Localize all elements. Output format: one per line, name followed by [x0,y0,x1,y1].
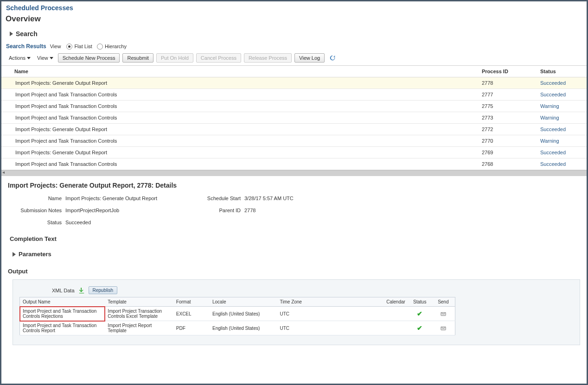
table-row[interactable]: Import Project and Task Transaction Cont… [1,101,587,112]
cell-name: Import Project and Task Transaction Cont… [1,135,479,147]
view-menu-label: View [37,55,48,61]
radio-flat-list[interactable] [66,44,72,50]
view-log-button[interactable]: View Log [294,53,325,63]
chevron-right-icon [13,252,16,257]
view-label: View [50,44,61,49]
actions-menu-label: Actions [9,55,26,61]
output-table: Output Name Template Format Locale Time … [19,297,455,335]
table-row[interactable]: Import Project and Task Transaction Cont… [1,89,587,101]
parameters-label: Parameters [19,251,51,258]
search-results-label: Search Results [6,43,46,50]
table-row[interactable]: Import Project and Task Transaction Cont… [1,158,587,170]
col-process-id[interactable]: Process ID [479,66,537,77]
cell-name: Import Projects: Generate Output Report [1,147,479,158]
col-status[interactable]: Status [537,66,587,77]
check-icon: ✔ [417,310,422,317]
details-title: Import Projects: Generate Output Report,… [8,182,580,189]
col-name[interactable]: Name [1,66,479,77]
chevron-right-icon [10,32,13,36]
table-row[interactable]: Import Project and Task Transaction Cont… [1,112,587,124]
schedule-new-process-button[interactable]: Schedule New Process [58,53,120,63]
field-parent-id-label: Parent ID [199,208,241,213]
view-menu[interactable]: View [35,54,55,62]
table-row[interactable]: Import Projects: Generate Output Report2… [1,77,587,89]
cell-name: Import Project and Task Transaction Cont… [1,112,479,124]
page-title: Scheduled Processes [1,1,587,13]
field-name-value: Import Projects: Generate Output Report [65,196,195,201]
refresh-icon[interactable] [329,55,336,61]
xml-data-label: XML Data [52,288,75,293]
cell-name: Import Project and Task Transaction Cont… [1,101,479,112]
table-row[interactable]: Import Projects: Generate Output Report2… [1,147,587,158]
table-row[interactable]: Import Projects: Generate Output Report2… [1,124,587,135]
download-icon[interactable] [78,287,85,294]
radio-hierarchy[interactable] [97,44,103,50]
outcol-format[interactable]: Format [173,297,210,307]
cell-process-id: 2769 [479,147,537,158]
overview-heading: Overview [1,13,587,28]
status-link[interactable]: Succeeded [540,80,566,86]
search-label: Search [16,30,38,38]
field-status-value: Succeeded [65,220,195,225]
search-disclosure[interactable]: Search [1,28,587,42]
output-row[interactable]: Import Project and Task Transaction Cont… [20,307,455,321]
outcell-timezone: UTC [277,307,384,321]
cell-process-id: 2770 [479,135,537,147]
parameters-disclosure[interactable]: Parameters [13,251,580,258]
outcol-template[interactable]: Template [105,297,173,307]
cell-name: Import Projects: Generate Output Report [1,124,479,135]
process-table: Name Process ID Status Import Projects: … [1,66,587,170]
field-parent-id-value: 2778 [244,208,337,213]
outcell-calendar [383,321,408,335]
completion-text-heading: Completion Text [10,235,580,242]
output-row[interactable]: Import Project and Task Transaction Cont… [20,321,455,335]
table-row[interactable]: Import Project and Task Transaction Cont… [1,135,587,147]
outcell-name: Import Project and Task Transaction Cont… [20,321,105,335]
outcol-output-name[interactable]: Output Name [20,297,105,307]
status-link[interactable]: Warning [540,103,559,109]
status-link[interactable]: Succeeded [540,150,566,155]
field-schedule-start-value: 3/28/17 5:57 AM UTC [244,196,337,201]
outcol-locale[interactable]: Locale [210,297,277,307]
outcell-name: Import Project and Task Transaction Cont… [20,307,105,321]
field-name-label: Name [11,196,62,201]
republish-button[interactable]: Republish [89,286,117,294]
status-link[interactable]: Succeeded [540,161,566,167]
send-button[interactable] [432,321,455,335]
cell-name: Import Projects: Generate Output Report [1,77,479,89]
outcell-template: Import Project Report Template [105,321,173,335]
cell-process-id: 2773 [479,112,537,124]
cell-process-id: 2772 [479,124,537,135]
cell-process-id: 2775 [479,101,537,112]
outcol-send[interactable]: Send [432,297,455,307]
outcell-calendar [383,307,408,321]
actions-menu[interactable]: Actions [7,54,32,62]
field-status-label: Status [11,220,62,225]
field-schedule-start-label: Schedule Start [199,196,241,201]
radio-flat-list-label: Flat List [74,44,92,49]
outcol-status[interactable]: Status [408,297,432,307]
cell-process-id: 2768 [479,158,537,170]
put-on-hold-button: Put On Hold [156,53,193,63]
outcell-timezone: UTC [277,321,384,335]
outcell-locale: English (United States) [210,321,277,335]
status-link[interactable]: Warning [540,138,559,144]
cell-process-id: 2778 [479,77,537,89]
status-link[interactable]: Succeeded [540,126,566,132]
outcol-timezone[interactable]: Time Zone [277,297,384,307]
cell-name: Import Project and Task Transaction Cont… [1,158,479,170]
send-button[interactable] [432,307,455,321]
release-process-button: Release Process [244,53,292,63]
caret-down-icon [27,57,31,59]
outcell-format: EXCEL [173,307,210,321]
radio-hierarchy-label: Hierarchy [105,44,127,49]
status-link[interactable]: Succeeded [540,92,566,97]
horizontal-scrollbar[interactable] [1,170,587,176]
cell-process-id: 2777 [479,89,537,101]
outcol-calendar[interactable]: Calendar [383,297,408,307]
resubmit-button[interactable]: Resubmit [122,53,153,63]
output-heading: Output [8,268,580,275]
caret-down-icon [50,57,53,59]
status-link[interactable]: Warning [540,115,559,120]
check-icon: ✔ [417,324,422,332]
